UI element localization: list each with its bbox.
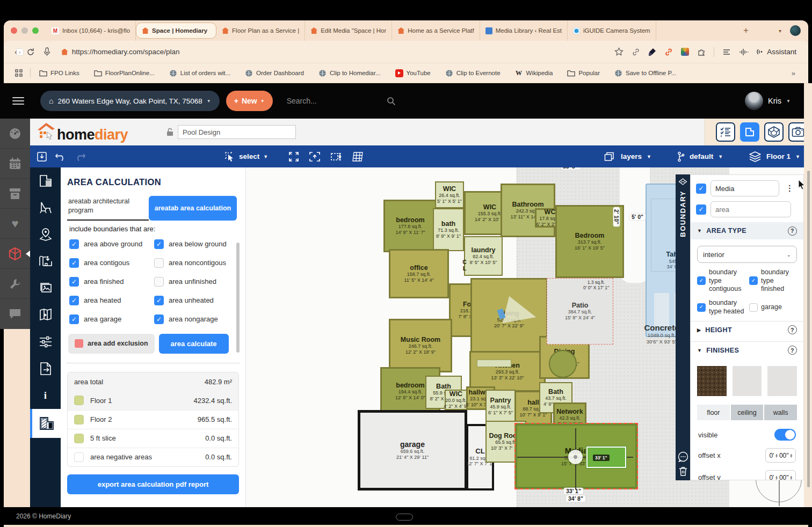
room-kitchen[interactable]: Kitchen293.3 sq.ft.13' 3" X 22' 10" <box>469 351 546 392</box>
bookmark-item[interactable]: Order Dashboard <box>245 69 304 77</box>
sidebar-item-chat[interactable] <box>0 299 30 329</box>
checkbox-icon[interactable]: ✓ <box>697 303 706 312</box>
audio-levels-icon[interactable] <box>739 48 749 56</box>
area-filter-checkbox[interactable]: ✓area heated <box>69 296 154 305</box>
menu-icon[interactable] <box>12 97 24 105</box>
checkbox-icon[interactable]: ✓ <box>69 258 79 268</box>
fullscreen-icon[interactable] <box>288 151 299 162</box>
bookmark-item[interactable]: Popular <box>567 69 600 77</box>
checkbox-icon[interactable]: ✓ <box>154 239 164 249</box>
grid-icon[interactable] <box>352 151 364 162</box>
room-garage[interactable]: garage659.6 sq.ft.21' 4" X 29' 11" <box>358 410 467 491</box>
bookmark-item[interactable]: YouTube <box>395 69 431 77</box>
delete-boundary-icon[interactable] <box>679 466 687 476</box>
tool-export[interactable] <box>30 355 61 382</box>
area-filter-checkbox[interactable]: ✓area finished <box>69 277 154 287</box>
tool-furniture[interactable] <box>30 194 61 221</box>
select-tool-dropdown[interactable]: select ▼ <box>224 151 268 162</box>
checkbox-icon[interactable] <box>154 277 164 287</box>
checkbox-icon[interactable]: ✓ <box>749 276 758 285</box>
sidebar-item-3d-space[interactable] <box>0 239 30 269</box>
link-extension-icon[interactable] <box>664 48 673 56</box>
browser-tab[interactable]: Media Library ‹ Real Est <box>480 20 568 41</box>
visible-toggle[interactable] <box>774 429 796 441</box>
area-add-exclusion-button[interactable]: area add exclusion <box>68 334 155 354</box>
property-address-dropdown[interactable]: ⌂ 260 Waters Edge Way, Oak Point, TX, 75… <box>40 91 220 111</box>
sidebar-item-archive[interactable] <box>0 179 30 209</box>
floorplan-view-button[interactable] <box>740 122 759 142</box>
url-text[interactable]: https://homediary.com/space/plan <box>72 48 180 56</box>
boundary-type-checkbox[interactable]: ✓boundary type heated <box>697 299 746 316</box>
undo-icon[interactable] <box>55 152 67 162</box>
sidebar-item-dashboard[interactable] <box>0 119 30 149</box>
floor-dropdown[interactable]: Floor 1 ▼ <box>749 151 800 162</box>
checkbox-icon[interactable]: ✓ <box>69 277 79 287</box>
forward-button[interactable]: › <box>17 49 23 55</box>
bookmark-item[interactable]: FloorPlanOnline... <box>94 69 155 77</box>
lock-icon[interactable] <box>166 128 173 136</box>
plan-name-input[interactable] <box>178 125 296 139</box>
checkbox-icon[interactable]: ✓ <box>697 276 706 285</box>
browser-tab[interactable]: Edit Media "Space | Hor <box>305 20 392 41</box>
browser-tab[interactable]: MInbox (10,664) - kris@flo <box>46 20 136 41</box>
area-filter-checkbox[interactable]: ✓area garage <box>69 314 154 324</box>
bookmark-item[interactable]: WWikipedia <box>515 69 553 77</box>
search-input[interactable]: Search... <box>287 97 317 105</box>
room-laundry[interactable]: laundry82.4 sq.ft.8' 5" X 10' 5" <box>464 236 503 276</box>
stepper-arrows-icon[interactable]: ▴▾ <box>775 453 778 458</box>
dimensions-icon[interactable] <box>330 151 342 162</box>
area-calculate-button[interactable]: area calculate <box>159 334 229 354</box>
boundary-type-checkbox[interactable]: garage <box>749 299 798 316</box>
room-bedroom[interactable]: bedroom177.8 sq.ft.14' 9" X 11' 7" <box>383 200 437 252</box>
checkbox-icon[interactable] <box>749 303 758 312</box>
area-filter-checkbox[interactable]: ✓area unheated <box>154 296 239 305</box>
area-filter-checkbox[interactable]: ✓area below ground <box>154 239 239 249</box>
tool-map-location[interactable] <box>30 221 61 248</box>
checkbox-icon[interactable]: ✓ <box>69 314 79 324</box>
tool-info[interactable]: i <box>30 382 61 409</box>
boundary-panel-strip[interactable]: BOUNDARY <box>676 174 690 480</box>
sidebar-item-tools[interactable] <box>0 269 30 299</box>
close-window-button[interactable] <box>11 27 17 34</box>
bookmark-item[interactable]: Clip to Evernote <box>445 69 501 77</box>
highlighter-extension-icon[interactable] <box>648 48 656 56</box>
checkbox-icon[interactable]: ✓ <box>154 314 164 324</box>
finish-tab-walls[interactable]: walls <box>764 405 797 420</box>
stepper-arrows-icon[interactable]: ▴▾ <box>775 475 778 480</box>
tool-photos[interactable] <box>30 275 61 302</box>
more-bookmarks-chevron[interactable]: » <box>792 69 795 77</box>
redo-icon[interactable] <box>74 152 86 162</box>
room-music-room[interactable]: Music Room246.7 sq.ft.12' 2" X 18' 9" <box>389 319 452 372</box>
fit-view-icon[interactable] <box>309 151 321 162</box>
help-icon[interactable]: ? <box>788 346 797 355</box>
zoom-window-button[interactable] <box>32 27 39 34</box>
tab-area-calculation[interactable]: areatab area calculation <box>149 196 237 221</box>
3d-view-button[interactable] <box>764 122 784 142</box>
room-pantry[interactable]: Pantry45.9 sq.ft.6' 1" X 7' 5" <box>485 390 516 423</box>
page-scrollbar-thumb[interactable] <box>807 171 810 487</box>
browser-profile-avatar[interactable] <box>790 25 801 36</box>
sidebar-item-favorites[interactable]: ♥ <box>0 209 30 239</box>
area-filter-checkbox[interactable]: area noncontigous <box>154 258 239 268</box>
area-filter-checkbox[interactable]: ✓area above ground <box>69 239 154 249</box>
area-filter-checkbox[interactable]: ✓area contigous <box>69 258 154 268</box>
bookmark-item[interactable]: Clip to Homediar... <box>318 69 381 77</box>
walls-finish-swatch[interactable] <box>767 366 797 396</box>
browser-tab[interactable]: Home as a Service Platf <box>392 20 480 41</box>
offset-y-stepper[interactable]: 0'▴▾ 00"▴▾ <box>765 470 796 480</box>
tool-brochure[interactable] <box>30 302 61 328</box>
browser-tab[interactable]: Space | Homediary <box>136 23 216 39</box>
area-filter-checkbox[interactable]: area unfinished <box>154 277 239 287</box>
bookmark-item[interactable]: Save to Offline P... <box>614 69 676 77</box>
area-type-select[interactable]: interior ⌄ <box>697 246 797 263</box>
boundary-name-input[interactable] <box>711 180 779 196</box>
boundary-area-input[interactable] <box>711 201 791 217</box>
room-office[interactable]: office158.7 sq.ft.11' 5" X 14' 4" <box>389 249 449 298</box>
new-tab-button[interactable]: + <box>735 25 757 36</box>
browser-tab[interactable]: Floor Plan as a Service | <box>216 20 305 41</box>
boundary-type-checkbox[interactable]: ✓boundary type finished <box>749 268 798 294</box>
boundary-area-checkbox[interactable]: ✓ <box>696 204 706 215</box>
offset-x-stepper[interactable]: 0'▴▾ 00"▴▾ <box>765 448 796 463</box>
finishes-section-header[interactable]: ▼ FINISHES ? <box>691 341 803 358</box>
room-wic[interactable]: WIC20.0 sq.ft.4' 2" X 4' 9" <box>445 390 467 410</box>
